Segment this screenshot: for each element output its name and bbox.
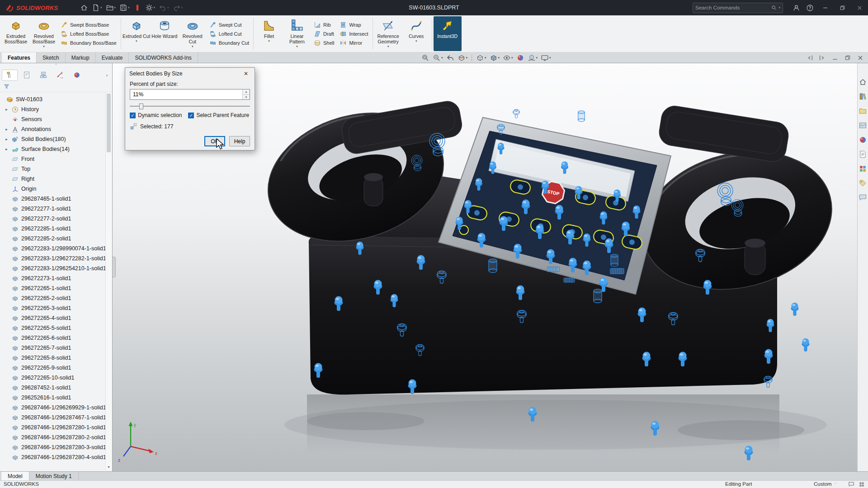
tree-item-296272273-1-solid1[interactable]: 296272273-1-solid1 <box>0 273 112 283</box>
custom-properties-button[interactable] <box>859 150 867 159</box>
selected-body-cyl[interactable] <box>594 289 602 303</box>
undo-caret-icon[interactable]: ▾ <box>167 6 169 9</box>
decals-button[interactable] <box>859 179 867 188</box>
dimxpertmanager-tab[interactable] <box>52 70 68 81</box>
configuration-selector[interactable]: Custom ˆ <box>814 481 836 487</box>
tree-item-front[interactable]: Front <box>0 154 112 164</box>
hide-show-items-caret-icon[interactable]: ▾ <box>511 56 513 60</box>
view-orientation-caret-icon[interactable]: ▾ <box>485 56 486 60</box>
tab-solidworks-add-ins[interactable]: SOLIDWORKS Add-Ins <box>129 52 198 63</box>
options-button[interactable]: ▾ <box>144 2 157 13</box>
swept-boss-base-button[interactable]: Swept Boss/Base <box>61 21 117 28</box>
tree-scrollbar[interactable]: ▾ <box>105 92 112 470</box>
graphics-area[interactable]: STOP y x z Select <box>113 63 857 471</box>
tree-item-296272265-4-solid1[interactable]: 296272265-4-solid1 <box>0 313 112 323</box>
selected-body-plate[interactable] <box>547 267 560 272</box>
zoom-to-area-button[interactable]: ▾ <box>432 53 444 62</box>
edit-appearance-button[interactable] <box>515 53 525 62</box>
expand-arrow-icon[interactable]: ▸ <box>4 147 9 151</box>
lofted-cut-button[interactable]: Lofted Cut <box>209 30 249 38</box>
revolved-cut-button[interactable]: Revolved Cut▾ <box>179 16 207 51</box>
hole-wizard-button[interactable]: Hole Wizard <box>151 16 179 51</box>
tab-markup[interactable]: Markup <box>66 52 96 63</box>
section-view-button[interactable]: ▾ <box>457 53 469 62</box>
close-button[interactable] <box>851 0 868 15</box>
save-document-button[interactable]: ▾ <box>118 2 131 13</box>
command-search[interactable]: ▾ <box>693 3 783 13</box>
reference-geometry-caret-icon[interactable]: ▾ <box>387 45 389 48</box>
tree-item-296287465-1-solid1[interactable]: 296287465-1-solid1 <box>0 194 112 204</box>
tree-item-296287466-1-296269929-1-solid1[interactable]: 296287466-1/296269929-1-solid1 <box>0 403 112 413</box>
zoom-to-fit-button[interactable] <box>420 53 430 62</box>
undo-button[interactable]: ▾ <box>157 2 170 13</box>
help-button[interactable] <box>803 0 816 15</box>
spin-down-button[interactable]: ▼ <box>243 94 250 100</box>
draft-button[interactable]: Draft <box>314 30 334 38</box>
open-document-button[interactable]: ▾ <box>104 2 118 13</box>
selected-body-pin[interactable] <box>791 303 798 316</box>
tree-item-296272285-1-solid1[interactable]: 296272285-1-solid1 <box>0 224 112 234</box>
revolved-boss-base-caret-icon[interactable]: ▾ <box>43 45 45 48</box>
view-settings-button[interactable]: ▾ <box>540 53 552 62</box>
apply-scene-caret-icon[interactable]: ▾ <box>536 56 538 60</box>
selected-body-cyl[interactable] <box>611 254 618 267</box>
tree-item-296287466-1-296287280-2-solid1[interactable]: 296287466-1/296287280-2-solid1 <box>0 432 112 442</box>
tree-item-296272265-9-solid1[interactable]: 296272265-9-solid1 <box>0 363 112 373</box>
options-caret-icon[interactable]: ▾ <box>154 6 156 9</box>
search-input[interactable] <box>695 5 771 10</box>
revolved-cut-caret-icon[interactable]: ▾ <box>192 45 193 48</box>
status-grid-icon[interactable] <box>859 481 865 488</box>
tab-features[interactable]: Features <box>2 52 37 63</box>
tab-sketch[interactable]: Sketch <box>37 52 66 63</box>
tree-item-296272265-3-solid1[interactable]: 296272265-3-solid1 <box>0 303 112 313</box>
close-document-button[interactable] <box>856 54 864 62</box>
scroll-down-arrow-icon[interactable]: ▾ <box>106 464 112 470</box>
panel-collapse-arrow[interactable]: ˆ <box>0 63 112 69</box>
minimize-document-button[interactable] <box>831 54 839 62</box>
select-parent-feature-checkbox[interactable]: ✓Select Parent Feature <box>188 112 249 118</box>
fillet-button[interactable]: Fillet▾ <box>255 16 283 51</box>
instant3d-button[interactable]: Instant3D <box>434 16 462 51</box>
configurationmanager-tab[interactable] <box>35 70 51 81</box>
expand-arrow-icon[interactable]: ▸ <box>4 107 9 112</box>
lofted-boss-base-button[interactable]: Lofted Boss/Base <box>61 30 117 38</box>
tree-item-296272283-1-298990074-1-solid1[interactable]: 296272283-1/298990074-1-solid1 <box>0 244 112 253</box>
3dexperience-button[interactable] <box>132 2 143 13</box>
slider-thumb[interactable] <box>139 103 143 109</box>
tree-item-annotations[interactable]: ▸Annotations <box>0 124 112 134</box>
extruded-boss-base-button[interactable]: Extruded Boss/Base <box>2 16 30 51</box>
solidworks-forum-button[interactable] <box>859 193 867 202</box>
tree-item-296287452-1-solid1[interactable]: 296287452-1-solid1 <box>0 383 112 393</box>
fillet-caret-icon[interactable]: ▾ <box>268 39 270 43</box>
extruded-cut-button[interactable]: Extruded Cut▾ <box>123 16 151 51</box>
selected-body-cyl[interactable] <box>489 259 497 272</box>
filter-icon[interactable] <box>3 83 10 90</box>
dynamic-selection-checkbox[interactable]: ✓Dynamic selection <box>130 112 182 118</box>
tree-item-296272265-6-solid1[interactable]: 296272265-6-solid1 <box>0 333 112 343</box>
percent-input[interactable] <box>130 89 250 100</box>
tab-evaluate[interactable]: Evaluate <box>96 52 129 63</box>
dialog-help-button[interactable]: Help <box>229 136 250 146</box>
view-palette-button[interactable] <box>859 121 867 130</box>
linear-pattern-button[interactable]: Linear Pattern▾ <box>283 16 311 51</box>
status-comment-icon[interactable] <box>848 481 855 488</box>
selected-body-pin[interactable] <box>802 338 809 352</box>
curves-button[interactable]: Curves▾ <box>402 16 430 51</box>
tree-item-sw-01603[interactable]: SW-01603 <box>0 94 112 104</box>
previous-document-pane-button[interactable] <box>806 54 814 62</box>
account-button[interactable] <box>789 0 803 15</box>
tree-item-296272265-8-solid1[interactable]: 296272265-8-solid1 <box>0 353 112 363</box>
linear-pattern-caret-icon[interactable]: ▾ <box>296 45 298 48</box>
new-document-button[interactable]: ▾ <box>90 2 104 13</box>
previous-view-button[interactable] <box>445 53 455 62</box>
zoom-to-area-caret-icon[interactable]: ▾ <box>441 56 443 60</box>
percent-slider[interactable] <box>130 103 250 109</box>
tree-item-296272283-1-296254210-1-solid1[interactable]: 296272283-1/296254210-1-solid1 <box>0 263 112 273</box>
curves-caret-icon[interactable]: ▾ <box>415 39 417 43</box>
design-library-button[interactable] <box>859 92 867 101</box>
selected-body-plate[interactable] <box>564 278 575 282</box>
restore-document-button[interactable] <box>844 54 852 62</box>
new-document-caret-icon[interactable]: ▾ <box>100 6 102 9</box>
tree-item-sensors[interactable]: Sensors <box>0 114 112 124</box>
tree-item-296252616-1-solid1[interactable]: 296252616-1-solid1 <box>0 393 112 403</box>
